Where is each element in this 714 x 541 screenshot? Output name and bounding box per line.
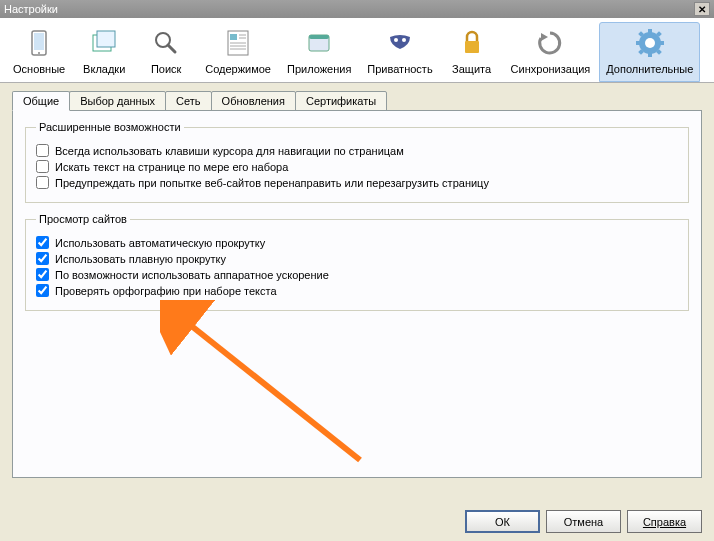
option-row: Использовать плавную прокрутку (36, 252, 678, 265)
toolbar-item-general[interactable]: Основные (6, 22, 72, 82)
ok-button[interactable]: ОК (465, 510, 540, 533)
subtab-network[interactable]: Сеть (165, 91, 211, 111)
toolbar-item-search[interactable]: Поиск (136, 22, 196, 82)
svg-rect-25 (659, 41, 664, 45)
subtab-certificates[interactable]: Сертификаты (295, 91, 387, 111)
svg-rect-23 (648, 52, 652, 57)
privacy-mask-icon (384, 27, 416, 59)
svg-rect-4 (97, 31, 115, 47)
svg-rect-18 (465, 41, 479, 53)
checkbox-warn-redirect[interactable] (36, 176, 49, 189)
checkbox-label[interactable]: Предупреждать при попытке веб-сайтов пер… (55, 177, 489, 189)
tab-panel-general: Расширенные возможности Всегда использов… (12, 110, 702, 478)
svg-point-21 (645, 38, 655, 48)
svg-rect-8 (230, 34, 237, 40)
toolbar-item-advanced[interactable]: Дополнительные (599, 22, 700, 82)
window-titlebar: Настройки ✕ (0, 0, 714, 18)
option-row: Использовать автоматическую прокрутку (36, 236, 678, 249)
toolbar-label: Синхронизация (511, 63, 591, 75)
toolbar-item-tabs[interactable]: Вкладки (74, 22, 134, 82)
svg-marker-19 (541, 33, 548, 41)
checkbox-search-as-type[interactable] (36, 160, 49, 173)
toolbar-item-content[interactable]: Содержимое (198, 22, 278, 82)
group-advanced-features: Расширенные возможности Всегда использов… (25, 121, 689, 203)
checkbox-label[interactable]: Проверять орфографию при наборе текста (55, 285, 277, 297)
sync-icon (534, 27, 566, 59)
toolbar-label: Поиск (151, 63, 181, 75)
subtab-data-choices[interactable]: Выбор данных (69, 91, 166, 111)
svg-line-6 (168, 45, 175, 52)
toolbar-label: Приложения (287, 63, 351, 75)
applications-icon (303, 27, 335, 59)
checkbox-label[interactable]: Использовать плавную прокрутку (55, 253, 226, 265)
toolbar-item-applications[interactable]: Приложения (280, 22, 358, 82)
svg-rect-15 (309, 35, 329, 39)
toolbar-item-privacy[interactable]: Приватность (360, 22, 439, 82)
settings-body: Общие Выбор данных Сеть Обновления Серти… (0, 83, 714, 486)
search-icon (150, 27, 182, 59)
checkbox-hw-accel[interactable] (36, 268, 49, 281)
checkbox-label[interactable]: Всегда использовать клавиши курсора для … (55, 145, 404, 157)
svg-point-17 (402, 38, 406, 42)
checkbox-smooth-scroll[interactable] (36, 252, 49, 265)
checkbox-spellcheck[interactable] (36, 284, 49, 297)
toolbar-label: Содержимое (205, 63, 271, 75)
content-icon (222, 27, 254, 59)
tabs-icon (88, 27, 120, 59)
svg-rect-1 (34, 33, 44, 50)
window-title: Настройки (4, 3, 694, 15)
toolbar-label: Дополнительные (606, 63, 693, 75)
checkbox-label[interactable]: Использовать автоматическую прокрутку (55, 237, 265, 249)
option-row: Искать текст на странице по мере его наб… (36, 160, 678, 173)
checkbox-label[interactable]: По возможности использовать аппаратное у… (55, 269, 329, 281)
help-button[interactable]: Справка (627, 510, 702, 533)
checkbox-cursor-keys[interactable] (36, 144, 49, 157)
gear-icon (634, 27, 666, 59)
option-row: По возможности использовать аппаратное у… (36, 268, 678, 281)
svg-rect-24 (636, 41, 641, 45)
option-row: Всегда использовать клавиши курсора для … (36, 144, 678, 157)
group-browsing: Просмотр сайтов Использовать автоматичес… (25, 213, 689, 311)
toolbar-label: Основные (13, 63, 65, 75)
general-icon (23, 27, 55, 59)
option-row: Проверять орфографию при наборе текста (36, 284, 678, 297)
toolbar-item-sync[interactable]: Синхронизация (504, 22, 598, 82)
subtab-general[interactable]: Общие (12, 91, 70, 111)
subtab-row: Общие Выбор данных Сеть Обновления Серти… (12, 91, 702, 111)
lock-icon (456, 27, 488, 59)
checkbox-autoscroll[interactable] (36, 236, 49, 249)
svg-point-16 (394, 38, 398, 42)
toolbar-label: Вкладки (83, 63, 125, 75)
toolbar-item-security[interactable]: Защита (442, 22, 502, 82)
option-row: Предупреждать при попытке веб-сайтов пер… (36, 176, 678, 189)
category-toolbar: Основные Вкладки Поиск Содержимое Прилож… (0, 18, 714, 83)
group-legend: Расширенные возможности (36, 121, 184, 133)
dialog-footer: ОК Отмена Справка (465, 510, 702, 533)
window-close-button[interactable]: ✕ (694, 2, 710, 16)
cancel-button[interactable]: Отмена (546, 510, 621, 533)
subtab-updates[interactable]: Обновления (211, 91, 296, 111)
svg-rect-22 (648, 29, 652, 34)
toolbar-label: Приватность (367, 63, 432, 75)
checkbox-label[interactable]: Искать текст на странице по мере его наб… (55, 161, 288, 173)
svg-point-2 (38, 52, 40, 54)
group-legend: Просмотр сайтов (36, 213, 130, 225)
toolbar-label: Защита (452, 63, 491, 75)
